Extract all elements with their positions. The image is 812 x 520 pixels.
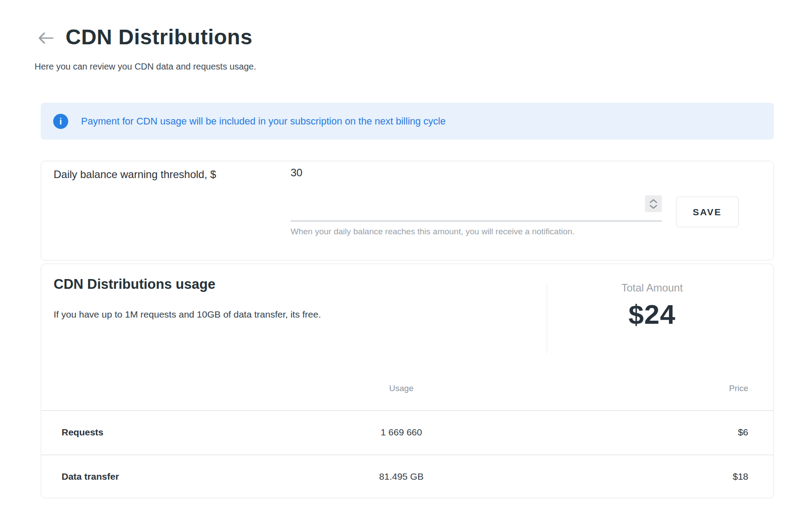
usage-card: CDN Distributions usage If you have up t… [41,264,774,498]
threshold-helper-text: When your daily balance reaches this amo… [291,227,575,237]
threshold-card: Daily balance warning threshold, $ When … [41,161,774,260]
threshold-label: Daily balance warning threshold, $ [54,168,216,181]
threshold-input[interactable] [291,167,627,179]
row-usage-value: 81.495 GB [379,471,423,482]
table-row: Data transfer 81.495 GB $18 [41,454,773,499]
info-banner: i Payment for CDN usage will be included… [41,103,774,140]
stepper-down-icon[interactable] [649,205,657,209]
row-name: Data transfer [62,471,119,482]
table-header-usage: Usage [389,384,414,393]
stepper-up-icon[interactable] [649,199,657,203]
row-name: Requests [62,427,104,438]
page-subtitle: Here you can review you CDN data and req… [35,62,256,72]
page-title: CDN Distributions [66,25,253,49]
number-stepper[interactable] [645,195,662,212]
table-header-price: Price [729,384,748,393]
usage-card-description: If you have up to 1M requests and 10GB o… [54,309,321,320]
row-usage-value: 1 669 660 [381,427,422,438]
total-amount-value: $24 [547,299,757,330]
save-button[interactable]: SAVE [676,197,738,227]
row-price-value: $18 [733,471,748,482]
info-icon: i [53,114,68,129]
total-amount-label: Total Amount [547,282,757,294]
row-price-value: $6 [738,427,748,438]
back-button[interactable] [38,32,54,46]
input-underline [291,221,662,221]
total-amount-block: Total Amount $24 [547,282,757,330]
usage-card-title: CDN Distributions usage [54,276,215,292]
info-banner-text: Payment for CDN usage will be included i… [81,116,446,127]
table-row: Requests 1 669 660 $6 [41,410,773,454]
arrow-left-icon [38,31,54,47]
